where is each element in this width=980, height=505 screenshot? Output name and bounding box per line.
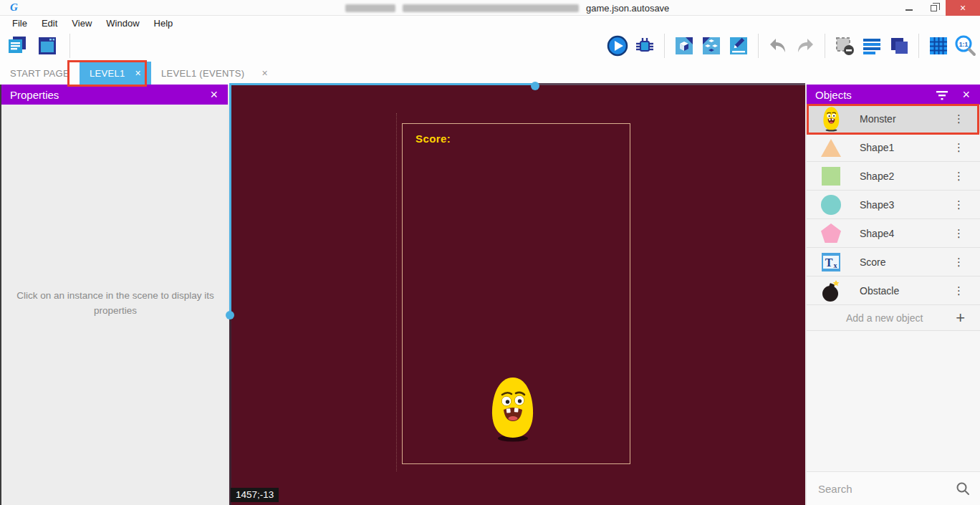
instances-list-icon[interactable] xyxy=(860,34,883,57)
svg-text:T: T xyxy=(825,256,833,269)
circle-icon xyxy=(819,192,843,218)
object-menu-icon[interactable]: ⋮ xyxy=(953,113,964,124)
scene-window-icon[interactable] xyxy=(36,34,59,57)
window-controls: × xyxy=(897,0,980,16)
toolbar-separator xyxy=(69,34,70,58)
new-object-icon[interactable] xyxy=(673,34,696,57)
resize-handle-left[interactable] xyxy=(226,311,234,319)
object-label: Score xyxy=(860,256,953,268)
search-icon[interactable] xyxy=(956,481,970,496)
redacted-title-segment xyxy=(403,4,579,12)
menu-window[interactable]: Window xyxy=(100,16,145,30)
monster-instance[interactable] xyxy=(488,375,538,446)
zoom-1-1-icon[interactable]: 1:1 xyxy=(954,34,977,57)
properties-title: Properties xyxy=(10,89,59,101)
svg-text:x: x xyxy=(834,261,837,269)
svg-text:1:1: 1:1 xyxy=(959,41,969,48)
gdevelop-logo-icon: G xyxy=(10,1,23,14)
preview-play-icon[interactable] xyxy=(606,34,629,57)
object-label: Shape2 xyxy=(860,170,953,182)
canvas-left-edge xyxy=(229,312,231,505)
menu-file[interactable]: File xyxy=(6,16,34,30)
tab-level1-events[interactable]: LEVEL1 (EVENTS) xyxy=(151,62,255,85)
layers-icon[interactable] xyxy=(888,34,911,57)
edit-scene-icon[interactable] xyxy=(727,34,750,57)
object-menu-icon[interactable]: ⋮ xyxy=(953,170,964,181)
toolbar-separator xyxy=(758,34,759,58)
plus-icon[interactable]: + xyxy=(956,309,965,327)
tab-level1[interactable]: LEVEL1 × xyxy=(80,62,151,85)
search-input[interactable] xyxy=(818,483,956,495)
toolbar: 1:1 xyxy=(0,30,980,62)
text-object-icon: T x xyxy=(819,249,843,275)
toolbar-separator xyxy=(918,34,919,58)
pentagon-icon xyxy=(819,221,843,246)
tab-level1-close-icon[interactable]: × xyxy=(135,67,140,79)
triangle-icon xyxy=(819,135,843,160)
tab-start-page[interactable]: START PAGE xyxy=(0,62,80,85)
objects-search xyxy=(807,471,980,505)
resize-handle-top[interactable] xyxy=(531,82,539,90)
scene-canvas[interactable]: Score: 1457;-13 xyxy=(229,85,805,505)
add-object-label: Add a new object xyxy=(846,312,956,324)
grid-icon[interactable] xyxy=(927,34,950,57)
toolbar-separator xyxy=(825,34,825,58)
debug-icon[interactable] xyxy=(633,34,656,57)
objects-groups-icon[interactable] xyxy=(700,34,723,57)
canvas-top-edge xyxy=(536,83,805,85)
scene-window-top-edge[interactable] xyxy=(229,83,536,85)
restore-button[interactable] xyxy=(921,0,946,16)
object-row-shape4[interactable]: Shape4 ⋮ xyxy=(807,219,980,248)
toolbar-separator xyxy=(664,34,665,58)
title-bar: G game.json.autosave × xyxy=(0,0,980,16)
menu-edit[interactable]: Edit xyxy=(35,16,64,30)
object-row-score[interactable]: T x Score ⋮ xyxy=(807,248,980,276)
object-menu-icon[interactable]: ⋮ xyxy=(953,285,964,296)
tab-bar: START PAGE LEVEL1 × LEVEL1 (EVENTS) × xyxy=(0,62,980,85)
cursor-coordinates: 1457;-13 xyxy=(231,488,279,502)
properties-hint-text: Click on an instance in the scene to dis… xyxy=(15,289,216,319)
object-menu-icon[interactable]: ⋮ xyxy=(953,142,964,153)
menu-help[interactable]: Help xyxy=(148,16,180,30)
score-text-object[interactable]: Score: xyxy=(415,133,451,145)
filter-icon[interactable] xyxy=(935,89,949,100)
monster-thumbnail-icon xyxy=(819,106,843,132)
objects-header: Objects × xyxy=(807,85,980,105)
minimize-button[interactable] xyxy=(897,0,921,16)
properties-close-icon[interactable]: × xyxy=(208,88,219,101)
object-row-shape1[interactable]: Shape1 ⋮ xyxy=(807,133,980,162)
properties-header: Properties × xyxy=(1,85,228,105)
object-label: Shape4 xyxy=(860,228,953,239)
objects-panel: Objects × Monst xyxy=(807,85,980,505)
object-row-monster[interactable]: Monster ⋮ xyxy=(807,105,980,133)
object-row-obstacle[interactable]: Obstacle ⋮ xyxy=(807,276,980,305)
object-label: Shape1 xyxy=(860,142,953,153)
object-menu-icon[interactable]: ⋮ xyxy=(953,199,964,210)
tab-level1-label: LEVEL1 xyxy=(90,68,125,79)
objects-close-icon[interactable]: × xyxy=(961,88,971,101)
redo-icon[interactable] xyxy=(794,34,817,57)
project-manager-icon[interactable] xyxy=(6,34,29,57)
undo-icon[interactable] xyxy=(767,34,789,57)
tab-level1-events-close-icon[interactable]: × xyxy=(254,62,274,85)
object-label: Obstacle xyxy=(860,285,953,297)
close-button[interactable]: × xyxy=(946,0,980,16)
object-menu-icon[interactable]: ⋮ xyxy=(953,256,964,267)
clear-selection-icon[interactable] xyxy=(833,34,856,57)
menu-view[interactable]: View xyxy=(65,16,98,30)
object-label: Shape3 xyxy=(860,199,953,211)
object-row-shape3[interactable]: Shape3 ⋮ xyxy=(807,191,980,219)
bomb-icon xyxy=(819,278,843,304)
window-title-text: game.json.autosave xyxy=(586,3,669,14)
window-title: game.json.autosave xyxy=(345,3,669,14)
scene-guide-line xyxy=(396,113,397,471)
minimize-icon xyxy=(905,9,913,11)
properties-panel: Properties × Click on an instance in the… xyxy=(0,85,228,505)
add-object-row[interactable]: Add a new object + xyxy=(807,305,980,331)
object-row-shape2[interactable]: Shape2 ⋮ xyxy=(807,162,980,191)
object-menu-icon[interactable]: ⋮ xyxy=(953,228,964,239)
scene-window-left-edge[interactable] xyxy=(229,85,231,312)
object-label: Monster xyxy=(860,113,953,125)
menu-bar: File Edit View Window Help xyxy=(0,16,980,30)
objects-title: Objects xyxy=(815,89,852,101)
